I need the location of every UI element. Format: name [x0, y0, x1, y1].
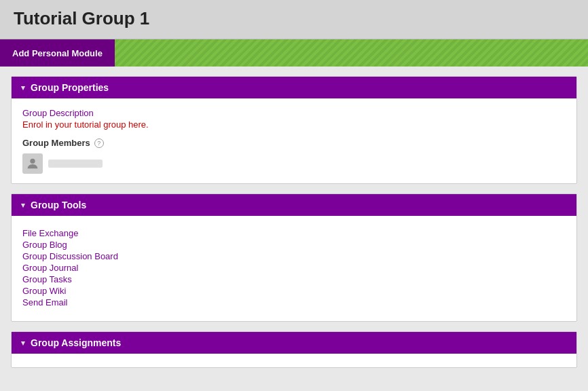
group-description-link[interactable]: Group Description [22, 108, 566, 118]
main-content: ▾ Group Properties Group Description Enr… [0, 67, 588, 387]
group-assignments-body [12, 354, 576, 367]
group-tools-header[interactable]: ▾ Group Tools [12, 194, 576, 216]
list-item: Group Tasks [22, 274, 566, 284]
add-personal-module-label: Add Personal Module [12, 48, 103, 58]
list-item: Group Blog [22, 240, 566, 250]
tool-link[interactable]: Send Email [22, 297, 67, 308]
member-row [22, 153, 566, 174]
list-item: Group Wiki [22, 286, 566, 296]
group-tools-section: ▾ Group Tools File ExchangeGroup BlogGro… [11, 193, 577, 322]
group-assignments-title: Group Assignments [31, 337, 121, 348]
group-description-text: Enrol in your tutorial group here. [22, 119, 566, 130]
group-members-row: Group Members ? [22, 138, 566, 148]
group-members-label: Group Members [22, 138, 90, 148]
tool-link[interactable]: Group Tasks [22, 274, 72, 284]
tool-link[interactable]: Group Wiki [22, 286, 66, 296]
group-assignments-header[interactable]: ▾ Group Assignments [12, 332, 576, 354]
group-properties-chevron-icon: ▾ [21, 83, 25, 92]
add-personal-module-tab[interactable]: Add Personal Module [0, 39, 115, 67]
page-title: Tutorial Group 1 [14, 8, 574, 29]
page-header: Tutorial Group 1 [0, 0, 588, 39]
group-members-info-icon[interactable]: ? [94, 138, 104, 148]
tools-list: File ExchangeGroup BlogGroup Discussion … [22, 225, 566, 312]
svg-point-0 [30, 159, 35, 164]
member-name-blurred [48, 160, 103, 168]
tool-link[interactable]: Group Journal [22, 263, 78, 273]
group-assignments-section: ▾ Group Assignments [11, 331, 577, 368]
list-item: File Exchange [22, 228, 566, 238]
group-tools-body: File ExchangeGroup BlogGroup Discussion … [12, 216, 576, 321]
group-properties-body: Group Description Enrol in your tutorial… [12, 98, 576, 183]
tool-link[interactable]: Group Blog [22, 240, 67, 250]
tool-link[interactable]: File Exchange [22, 228, 78, 238]
tool-link[interactable]: Group Discussion Board [22, 251, 118, 261]
tab-bar: Add Personal Module [0, 39, 588, 67]
list-item: Group Journal [22, 263, 566, 273]
group-properties-title: Group Properties [31, 82, 109, 93]
list-item: Group Discussion Board [22, 251, 566, 261]
group-tools-chevron-icon: ▾ [21, 201, 25, 210]
group-properties-header[interactable]: ▾ Group Properties [12, 77, 576, 98]
group-assignments-chevron-icon: ▾ [21, 339, 25, 348]
list-item: Send Email [22, 297, 566, 308]
group-properties-section: ▾ Group Properties Group Description Enr… [11, 76, 577, 184]
group-tools-title: Group Tools [31, 200, 86, 210]
avatar [22, 153, 43, 174]
person-icon [25, 156, 40, 171]
